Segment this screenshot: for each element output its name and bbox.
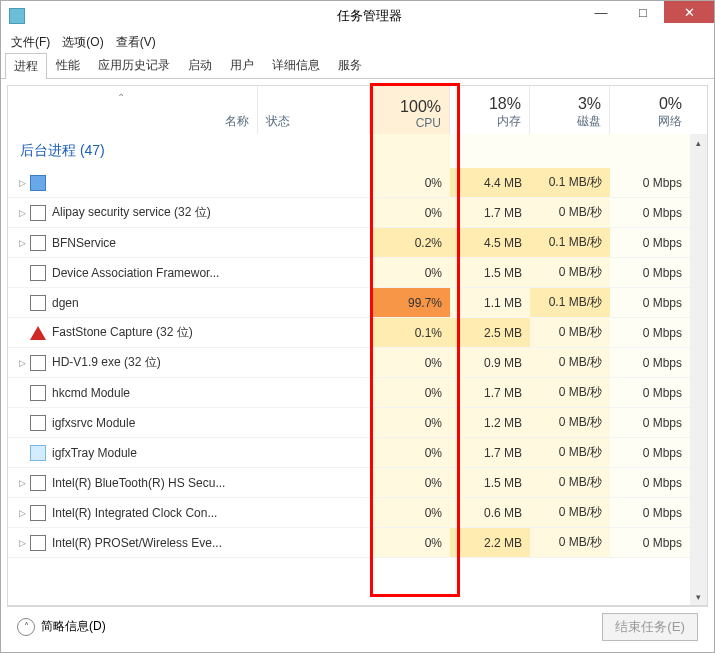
cell-network: 0 Mbps xyxy=(610,378,690,408)
tab-app-history[interactable]: 应用历史记录 xyxy=(89,52,179,78)
cell-cpu: 0% xyxy=(370,258,450,288)
cell-network: 0 Mbps xyxy=(610,468,690,498)
process-icon xyxy=(30,325,46,341)
cell-status xyxy=(258,168,370,198)
tab-startup[interactable]: 启动 xyxy=(179,52,221,78)
mem-label: 内存 xyxy=(458,113,521,130)
menu-file[interactable]: 文件(F) xyxy=(7,34,54,51)
cell-name: hkcmd Module xyxy=(8,378,258,408)
expand-icon[interactable]: ▷ xyxy=(16,178,28,188)
process-icon xyxy=(30,415,46,431)
process-name: HD-V1.9 exe (32 位) xyxy=(52,354,161,371)
cell-name: ▷Alipay security service (32 位) xyxy=(8,198,258,228)
process-name: Device Association Framewor... xyxy=(52,266,219,280)
menu-options[interactable]: 选项(O) xyxy=(58,34,107,51)
tab-services[interactable]: 服务 xyxy=(329,52,371,78)
cell-memory: 4.4 MB xyxy=(450,168,530,198)
cell-disk: 0 MB/秒 xyxy=(530,498,610,528)
cell-network: 0 Mbps xyxy=(610,198,690,228)
col-status[interactable]: 状态 xyxy=(258,86,370,134)
titlebar[interactable]: 任务管理器 — □ ✕ xyxy=(1,1,714,31)
table-row[interactable]: ▷BFNService0.2%4.5 MB0.1 MB/秒0 Mbps xyxy=(8,228,707,258)
cell-cpu: 0% xyxy=(370,528,450,558)
col-network[interactable]: 0% 网络 xyxy=(610,86,690,134)
fewer-details-label: 简略信息(D) xyxy=(41,618,106,635)
cell-cpu: 0% xyxy=(370,348,450,378)
chevron-up-icon: ˄ xyxy=(17,618,35,636)
expand-icon[interactable]: ▷ xyxy=(16,538,28,548)
col-name-label: 名称 xyxy=(225,113,249,130)
expand-icon[interactable]: ▷ xyxy=(16,478,28,488)
expand-icon[interactable]: ▷ xyxy=(16,238,28,248)
table-row[interactable]: igfxsrvc Module0%1.2 MB0 MB/秒0 Mbps xyxy=(8,408,707,438)
expand-icon[interactable]: ▷ xyxy=(16,208,28,218)
group-row[interactable]: 后台进程 (47) xyxy=(8,134,707,168)
maximize-button[interactable]: □ xyxy=(622,1,664,23)
fewer-details-button[interactable]: ˄ 简略信息(D) xyxy=(17,618,106,636)
cell-name: ▷Intel(R) BlueTooth(R) HS Secu... xyxy=(8,468,258,498)
table-row[interactable]: hkcmd Module0%1.7 MB0 MB/秒0 Mbps xyxy=(8,378,707,408)
task-manager-window: 任务管理器 — □ ✕ 文件(F) 选项(O) 查看(V) 进程 性能 应用历史… xyxy=(0,0,715,653)
process-name: Intel(R) Integrated Clock Con... xyxy=(52,506,217,520)
table-row[interactable]: FastStone Capture (32 位)0.1%2.5 MB0 MB/秒… xyxy=(8,318,707,348)
cell-memory: 1.5 MB xyxy=(450,258,530,288)
group-label: 后台进程 (47) xyxy=(8,142,258,160)
cell-status xyxy=(258,228,370,258)
process-icon xyxy=(30,265,46,281)
expand-icon[interactable]: ▷ xyxy=(16,358,28,368)
cell-network: 0 Mbps xyxy=(610,438,690,468)
cell-disk: 0 MB/秒 xyxy=(530,528,610,558)
cell-network: 0 Mbps xyxy=(610,228,690,258)
cpu-label: CPU xyxy=(378,116,441,130)
table-row[interactable]: ▷Intel(R) BlueTooth(R) HS Secu...0%1.5 M… xyxy=(8,468,707,498)
table-row[interactable]: ▷HD-V1.9 exe (32 位)0%0.9 MB0 MB/秒0 Mbps xyxy=(8,348,707,378)
table-row[interactable]: ▷0%4.4 MB0.1 MB/秒0 Mbps xyxy=(8,168,707,198)
scroll-down-icon[interactable]: ▾ xyxy=(690,588,707,605)
scroll-up-icon[interactable]: ▴ xyxy=(690,134,707,151)
minimize-button[interactable]: — xyxy=(580,1,622,23)
menubar: 文件(F) 选项(O) 查看(V) xyxy=(1,31,714,53)
table-row[interactable]: Device Association Framewor...0%1.5 MB0 … xyxy=(8,258,707,288)
table-row[interactable]: igfxTray Module0%1.7 MB0 MB/秒0 Mbps xyxy=(8,438,707,468)
rows-body[interactable]: 后台进程 (47) ▷0%4.4 MB0.1 MB/秒0 Mbps▷Alipay… xyxy=(8,134,707,605)
cell-name: ▷BFNService xyxy=(8,228,258,258)
tab-processes[interactable]: 进程 xyxy=(5,53,47,79)
tab-details[interactable]: 详细信息 xyxy=(263,52,329,78)
end-task-button[interactable]: 结束任务(E) xyxy=(602,613,698,641)
tab-users[interactable]: 用户 xyxy=(221,52,263,78)
expand-icon[interactable]: ▷ xyxy=(16,508,28,518)
cell-memory: 0.6 MB xyxy=(450,498,530,528)
cell-cpu: 0.2% xyxy=(370,228,450,258)
cell-name: dgen xyxy=(8,288,258,318)
col-name[interactable]: ⌃ 名称 xyxy=(8,86,258,134)
col-status-label: 状态 xyxy=(266,113,361,130)
tabbar: 进程 性能 应用历史记录 启动 用户 详细信息 服务 xyxy=(1,53,714,79)
cell-cpu: 0% xyxy=(370,468,450,498)
disk-pct: 3% xyxy=(538,95,601,113)
cell-disk: 0 MB/秒 xyxy=(530,378,610,408)
col-disk[interactable]: 3% 磁盘 xyxy=(530,86,610,134)
menu-view[interactable]: 查看(V) xyxy=(112,34,160,51)
process-name: BFNService xyxy=(52,236,116,250)
cell-disk: 0 MB/秒 xyxy=(530,258,610,288)
cell-disk: 0 MB/秒 xyxy=(530,198,610,228)
col-cpu[interactable]: 100% CPU xyxy=(370,86,450,134)
sort-caret-icon: ⌃ xyxy=(117,92,125,103)
cell-cpu: 0% xyxy=(370,198,450,228)
cell-status xyxy=(258,348,370,378)
scrollbar[interactable]: ▴ ▾ xyxy=(690,134,707,605)
table-row[interactable]: ▷Alipay security service (32 位)0%1.7 MB0… xyxy=(8,198,707,228)
cell-name: FastStone Capture (32 位) xyxy=(8,318,258,348)
process-icon xyxy=(30,235,46,251)
process-name: Alipay security service (32 位) xyxy=(52,204,211,221)
cell-cpu: 0% xyxy=(370,378,450,408)
table-row[interactable]: dgen99.7%1.1 MB0.1 MB/秒0 Mbps xyxy=(8,288,707,318)
table-row[interactable]: ▷Intel(R) Integrated Clock Con...0%0.6 M… xyxy=(8,498,707,528)
col-memory[interactable]: 18% 内存 xyxy=(450,86,530,134)
app-icon xyxy=(9,8,25,24)
cell-name: igfxTray Module xyxy=(8,438,258,468)
cell-network: 0 Mbps xyxy=(610,348,690,378)
close-button[interactable]: ✕ xyxy=(664,1,714,23)
tab-performance[interactable]: 性能 xyxy=(47,52,89,78)
table-row[interactable]: ▷Intel(R) PROSet/Wireless Eve...0%2.2 MB… xyxy=(8,528,707,558)
